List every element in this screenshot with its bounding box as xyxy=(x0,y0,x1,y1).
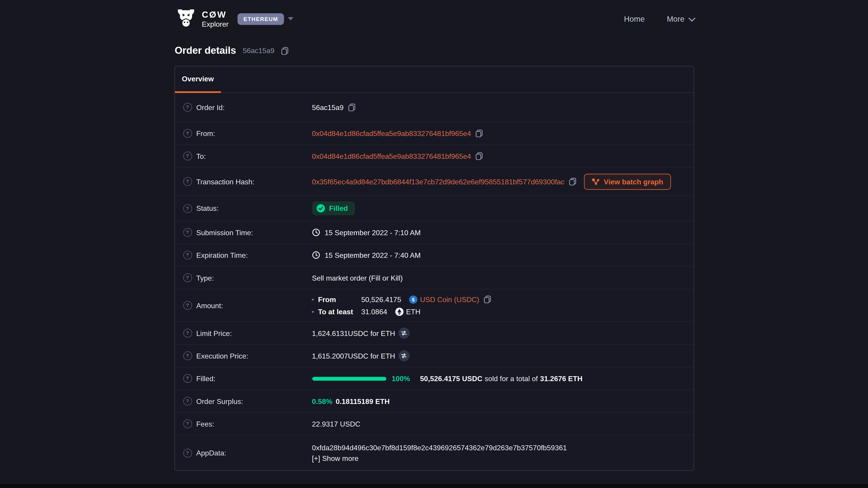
surplus-amount: 0.18115189 ETH xyxy=(336,397,390,405)
row-amount: ? Amount: ▸ From 50,526.4175 $ USD Coin … xyxy=(175,289,693,322)
usdc-token-icon: $ xyxy=(409,295,417,304)
triangle-right-icon: ▸ xyxy=(312,309,318,314)
help-icon[interactable]: ? xyxy=(183,419,192,428)
help-icon[interactable]: ? xyxy=(183,397,192,405)
row-execution-price: ? Execution Price: 1,615.2007USDC for ET… xyxy=(175,345,693,367)
row-label: Expiration Time: xyxy=(196,251,248,259)
transaction-hash-link[interactable]: 0x35f65ec4a9d84e27bdb6844f13e7cb72d9de62… xyxy=(312,177,564,186)
help-icon[interactable]: ? xyxy=(183,301,192,310)
row-label: Status: xyxy=(196,204,219,213)
row-label: To: xyxy=(196,152,206,160)
row-label: From: xyxy=(196,129,215,138)
fees-value: 22.9317 USDC xyxy=(312,420,360,428)
triangle-right-icon: ▸ xyxy=(312,297,318,302)
cow-logo-icon xyxy=(175,8,197,29)
expiration-time-value: 15 September 2022 - 7:40 AM xyxy=(324,251,421,259)
row-label: Limit Price: xyxy=(196,329,232,337)
row-expiration-time: ? Expiration Time: 15 September 2022 - 7… xyxy=(175,244,693,267)
filled-progress-bar xyxy=(312,377,386,381)
row-from: ? From: 0x04d84e1d86cfad5ffea5e9ab833276… xyxy=(175,122,693,145)
help-icon[interactable]: ? xyxy=(183,228,192,237)
filled-summary: 50,526.4175 USDC sold for a total of 31.… xyxy=(420,375,583,383)
help-icon[interactable]: ? xyxy=(183,152,192,160)
surplus-percent: 0.58% xyxy=(312,397,332,405)
appdata-show-more[interactable]: [+] Show more xyxy=(312,454,359,462)
eth-token-icon xyxy=(395,307,403,316)
row-label: Fees: xyxy=(196,420,214,428)
svg-text:$: $ xyxy=(412,297,414,302)
row-label: Order Id: xyxy=(196,103,225,111)
order-type-value: Sell market order (Fill or Kill) xyxy=(312,273,403,282)
appdata-hash: 0xfda28b94d496c30e7bf8d159f8e2c439692657… xyxy=(312,444,567,452)
row-submission-time: ? Submission Time: 15 September 2022 - 7… xyxy=(175,221,693,244)
amount-to-line: ▸ To at least 31.0864 ETH xyxy=(312,307,421,316)
help-icon[interactable]: ? xyxy=(183,449,192,457)
amount-from-token-link[interactable]: USD Coin (USDC) xyxy=(420,295,479,304)
invert-price-icon[interactable] xyxy=(399,350,410,361)
row-label: AppData: xyxy=(196,449,226,457)
cow-explorer-logo[interactable]: CØW Explorer xyxy=(175,8,229,29)
status-badge: Filled xyxy=(312,201,355,215)
main-nav: Home More xyxy=(624,14,693,23)
page-title: Order details xyxy=(175,45,236,56)
tab-bar: Overview xyxy=(175,66,693,93)
network-caret-down-icon[interactable] xyxy=(288,17,293,21)
help-icon[interactable]: ? xyxy=(183,204,192,213)
row-filled: ? Filled: 100% 50,526.4175 USDC sold for… xyxy=(175,367,693,390)
copy-icon[interactable] xyxy=(281,47,288,55)
to-address-link[interactable]: 0x04d84e1d86cfad5ffea5e9ab833276481bf965… xyxy=(312,152,471,160)
filled-progress-fill xyxy=(312,377,386,381)
help-icon[interactable]: ? xyxy=(183,251,192,259)
row-status: ? Status: Filled xyxy=(175,196,693,221)
clock-icon xyxy=(312,228,320,236)
logo-title: CØW xyxy=(202,10,229,19)
nav-item-home[interactable]: Home xyxy=(624,14,645,23)
copy-icon[interactable] xyxy=(475,152,483,160)
row-fees: ? Fees: 22.9317 USDC xyxy=(175,413,693,435)
help-icon[interactable]: ? xyxy=(183,129,192,138)
limit-price-value: 1,624.6131USDC for ETH xyxy=(312,329,395,337)
invert-price-icon[interactable] xyxy=(399,328,410,339)
copy-icon[interactable] xyxy=(569,177,576,185)
help-icon[interactable]: ? xyxy=(183,177,192,186)
row-label: Order Surplus: xyxy=(196,397,243,405)
order-short-id: 56ac15a9 xyxy=(243,46,274,55)
copy-icon[interactable] xyxy=(348,103,355,111)
network-selector-badge[interactable]: ETHEREUM xyxy=(237,13,284,25)
status-text: Filled xyxy=(329,204,348,213)
logo-subtitle: Explorer xyxy=(202,20,229,27)
row-order-surplus: ? Order Surplus: 0.58% 0.18115189 ETH xyxy=(175,390,693,413)
filled-percent: 100% xyxy=(392,375,410,383)
from-address-link[interactable]: 0x04d84e1d86cfad5ffea5e9ab833276481bf965… xyxy=(312,129,471,138)
amount-to-token: ETH xyxy=(406,307,421,316)
row-label: Submission Time: xyxy=(196,228,253,236)
help-icon[interactable]: ? xyxy=(183,351,192,360)
order-details-panel: Overview ? Order Id: 56ac15a9 ? From: 0x… xyxy=(174,66,694,471)
header: CØW Explorer ETHEREUM Home More xyxy=(0,0,868,38)
amount-from-label: From xyxy=(318,295,361,304)
view-batch-graph-button[interactable]: View batch graph xyxy=(584,173,671,190)
submission-time-value: 15 September 2022 - 7:10 AM xyxy=(324,228,421,236)
amount-from-line: ▸ From 50,526.4175 $ USD Coin (USDC) xyxy=(312,295,491,304)
row-type: ? Type: Sell market order (Fill or Kill) xyxy=(175,267,693,289)
tab-overview[interactable]: Overview xyxy=(175,66,221,93)
help-icon[interactable]: ? xyxy=(183,103,192,112)
row-limit-price: ? Limit Price: 1,624.6131USDC for ETH xyxy=(175,322,693,345)
cow-explorer-page: CØW Explorer ETHEREUM Home More Order de… xyxy=(0,0,868,488)
chevron-down-icon xyxy=(688,14,695,22)
row-order-id: ? Order Id: 56ac15a9 xyxy=(175,93,693,122)
amount-to-label: To at least xyxy=(318,307,361,316)
copy-icon[interactable] xyxy=(484,295,491,303)
row-transaction-hash: ? Transaction Hash: 0x35f65ec4a9d84e27bd… xyxy=(175,168,693,196)
row-label: Amount: xyxy=(196,301,223,310)
execution-price-value: 1,615.2007USDC for ETH xyxy=(312,352,395,360)
help-icon[interactable]: ? xyxy=(183,329,192,337)
nav-item-more[interactable]: More xyxy=(667,14,693,23)
help-icon[interactable]: ? xyxy=(183,273,192,282)
order-id-value: 56ac15a9 xyxy=(312,103,344,111)
copy-icon[interactable] xyxy=(475,129,483,137)
page-head: Order details 56ac15a9 xyxy=(175,45,693,56)
row-label: Type: xyxy=(196,273,214,282)
clock-icon xyxy=(312,251,320,259)
help-icon[interactable]: ? xyxy=(183,374,192,383)
